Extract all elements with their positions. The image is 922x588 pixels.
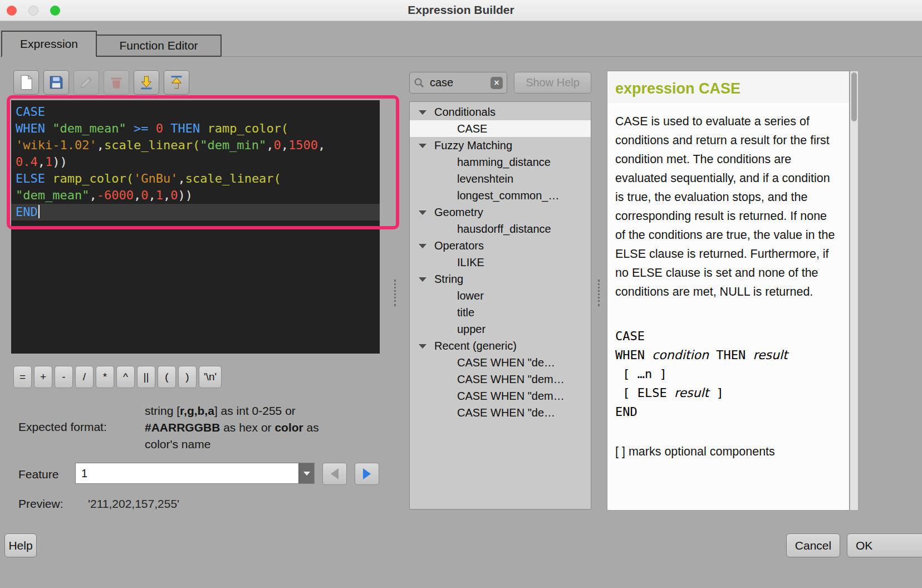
tree-item-label: CASE WHEN "de…: [457, 356, 555, 369]
operator-button-concatenate[interactable]: ||: [137, 366, 155, 388]
tree-item-label: CASE: [457, 122, 487, 135]
save-expression-button[interactable]: [43, 70, 69, 95]
syntax-line: WHEN condition THEN result: [615, 346, 839, 365]
tree-item-label: hamming_distance: [457, 156, 551, 169]
feature-dropdown-button[interactable]: [298, 463, 314, 483]
tree-item-label: ILIKE: [457, 256, 484, 269]
tree-item-label: longest_common_…: [457, 189, 559, 202]
tree-group-operators[interactable]: Operators: [410, 237, 591, 254]
tree-item-case-when-de-18[interactable]: CASE WHEN "de…: [410, 404, 591, 421]
operator-button-multiply[interactable]: *: [96, 366, 114, 388]
tree-item-case-when-dem[interactable]: CASE WHEN "dem…: [410, 371, 591, 388]
expand-triangle-icon[interactable]: [419, 277, 426, 282]
close-icon: ×: [494, 78, 499, 88]
help-syntax-note: [ ] marks optional components: [615, 445, 839, 459]
operator-button-newline[interactable]: '\n': [199, 366, 222, 388]
tree-item-case-when-de[interactable]: CASE WHEN "de…: [410, 354, 591, 371]
expected-format-label: Expected format:: [18, 420, 107, 434]
syntax-line: [ ELSE result ]: [615, 384, 839, 403]
splitter-handle-left[interactable]: [394, 280, 398, 306]
function-search-box[interactable]: ×: [409, 72, 507, 94]
tree-group-string[interactable]: String: [410, 271, 591, 287]
feature-label: Feature: [18, 468, 58, 481]
arrow-right-icon: [363, 468, 371, 479]
tree-group-geometry[interactable]: Geometry: [410, 204, 591, 220]
scrollbar-thumb[interactable]: [851, 72, 857, 121]
ok-button[interactable]: OK: [847, 533, 922, 557]
tree-item-hausdorff-distance[interactable]: hausdorff_distance: [410, 220, 591, 237]
text-cursor: [38, 205, 40, 218]
preview-label: Preview:: [18, 497, 63, 511]
operator-button-minus[interactable]: -: [55, 366, 73, 388]
chevron-down-icon: [303, 472, 310, 476]
operator-button-close-paren[interactable]: ): [178, 366, 197, 388]
tree-item-lower[interactable]: lower: [410, 287, 591, 304]
expression-toolbar: [13, 70, 189, 95]
tree-group-conditionals[interactable]: Conditionals: [410, 104, 591, 120]
tab-function-editor[interactable]: Function Editor: [97, 35, 222, 57]
operator-button-row: =+-/*^||()'\n': [13, 366, 222, 388]
expression-code-editor[interactable]: CASEWHEN "dem_mean" >= 0 THEN ramp_color…: [11, 100, 380, 354]
tree-item-case-when-dem-17[interactable]: CASE WHEN "dem…: [410, 388, 591, 404]
edit-expression-button: [73, 70, 99, 95]
tree-item-label: Fuzzy Matching: [434, 139, 512, 152]
tab-expression[interactable]: Expression: [1, 31, 97, 57]
search-icon: [414, 77, 425, 89]
trash-icon: [109, 75, 124, 90]
code-line: 'wiki-1.02',scale_linear("dem_min",0,150…: [11, 137, 380, 154]
tree-group-recent-generic[interactable]: Recent (generic): [410, 337, 591, 354]
expand-triangle-icon[interactable]: [419, 144, 426, 148]
tree-item-label: title: [457, 306, 474, 319]
tree-item-upper[interactable]: upper: [410, 321, 591, 337]
syntax-line: CASE: [615, 327, 839, 346]
code-line: WHEN "dem_mean" >= 0 THEN ramp_color(: [11, 120, 380, 137]
operator-button-plus[interactable]: +: [34, 366, 52, 388]
tree-item-label: Recent (generic): [434, 340, 517, 352]
tree-item-case[interactable]: CASE: [410, 120, 591, 137]
expected-format-line: string [r,g,b,a] as int 0-255 or: [145, 403, 319, 419]
next-feature-button[interactable]: [355, 463, 379, 485]
new-expression-button[interactable]: [13, 70, 39, 95]
cancel-button[interactable]: Cancel: [786, 533, 840, 557]
window-title: Expression Builder: [0, 3, 922, 17]
expand-triangle-icon[interactable]: [419, 110, 426, 115]
tree-item-label: String: [434, 273, 463, 286]
show-help-button[interactable]: Show Help: [514, 72, 591, 94]
tree-group-fuzzy-matching[interactable]: Fuzzy Matching: [410, 137, 591, 154]
expand-triangle-icon[interactable]: [419, 344, 426, 349]
help-panel: expression CASE CASE is used to evaluate…: [607, 71, 850, 511]
import-down-arrow-icon: [139, 75, 154, 90]
new-file-icon: [19, 75, 33, 90]
help-description: CASE is used to evaluate a series of con…: [615, 112, 839, 301]
tree-item-label: CASE WHEN "dem…: [457, 373, 565, 386]
export-expression-button[interactable]: [164, 70, 189, 95]
feature-combobox[interactable]: 1: [75, 463, 315, 484]
expected-format-line: #AARRGGBB as hex or color as: [145, 419, 319, 436]
expected-format-text: string [r,g,b,a] as int 0-255 or#AARRGGB…: [145, 403, 319, 453]
save-icon: [49, 75, 63, 90]
splitter-handle-right[interactable]: [598, 280, 601, 306]
code-line: ELSE ramp_color('GnBu',scale_linear(: [11, 170, 380, 187]
tree-item-levenshtein[interactable]: levenshtein: [410, 170, 591, 187]
previous-feature-button[interactable]: [322, 463, 347, 485]
clear-search-button[interactable]: ×: [491, 77, 503, 89]
help-scrollbar[interactable]: [850, 71, 859, 511]
tree-item-longest-common[interactable]: longest_common_…: [410, 187, 591, 204]
search-input[interactable]: [425, 76, 491, 89]
expand-triangle-icon[interactable]: [419, 210, 426, 215]
tree-item-label: lower: [457, 290, 484, 302]
tree-item-label: CASE WHEN "dem…: [457, 390, 565, 403]
import-expression-button[interactable]: [134, 70, 159, 95]
operator-button-open-paren[interactable]: (: [158, 366, 176, 388]
pencil-icon: [79, 75, 94, 90]
operator-button-equals[interactable]: =: [13, 366, 32, 388]
expand-triangle-icon[interactable]: [419, 244, 426, 248]
export-up-arrow-icon: [169, 75, 184, 90]
delete-expression-button: [104, 70, 129, 95]
help-button[interactable]: Help: [4, 533, 37, 557]
operator-button-power[interactable]: ^: [116, 366, 135, 388]
tree-item-hamming-distance[interactable]: hamming_distance: [410, 154, 591, 170]
operator-button-divide[interactable]: /: [75, 366, 94, 388]
tree-item-title[interactable]: title: [410, 304, 591, 321]
tree-item-ilike[interactable]: ILIKE: [410, 254, 591, 271]
